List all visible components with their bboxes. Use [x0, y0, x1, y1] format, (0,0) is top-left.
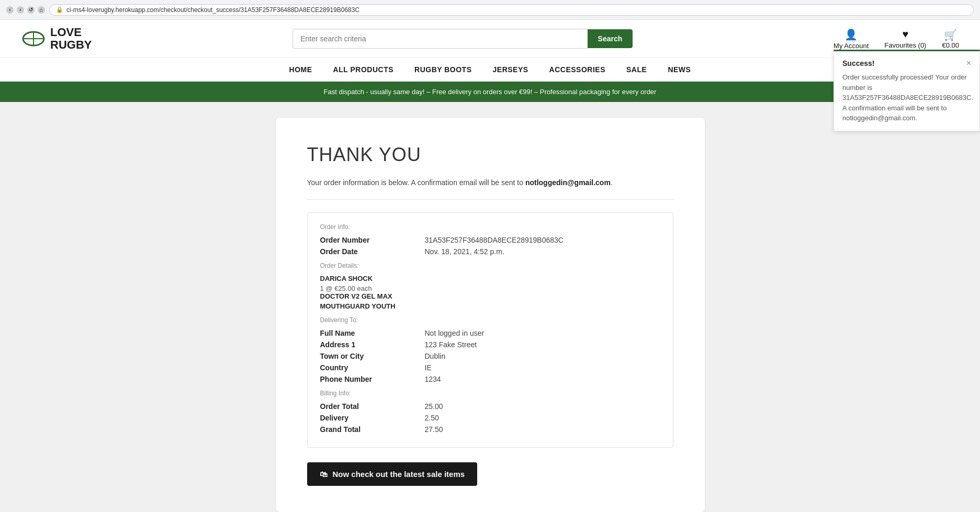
forward-button[interactable]: ›: [17, 6, 24, 14]
account-icon: 👤: [844, 28, 858, 41]
favourites-label: Favourites (0): [884, 41, 926, 49]
confirmation-text: Your order information is below. A confi…: [307, 178, 673, 200]
nav-jerseys[interactable]: JERSEYS: [493, 65, 528, 74]
grand-total-label: Grand Total: [320, 425, 425, 434]
product-name-3: MOUTHGUARD YOUTH: [320, 302, 660, 310]
product-row-1: DARICA SHOCK 1 @ €25.00 each: [320, 275, 660, 292]
nav-accessories[interactable]: ACCESSORIES: [549, 65, 605, 74]
order-number-label: Order Number: [320, 236, 425, 244]
favourites-link[interactable]: ♥ Favourites (0): [884, 28, 926, 49]
country-value: IE: [425, 363, 432, 372]
nav-news[interactable]: NEWS: [668, 65, 691, 74]
logo-link[interactable]: LOVE RUGBY: [21, 26, 92, 51]
logo-icon: [21, 26, 46, 51]
product-name-2: DOCTOR V2 GEL MAX: [320, 292, 660, 300]
product-row-2: DOCTOR V2 GEL MAX: [320, 292, 660, 300]
town-row: Town or City Dublin: [320, 352, 660, 360]
order-date-row: Order Date Nov. 18, 2021, 4:52 p.m.: [320, 247, 660, 256]
sale-button-icon: 🛍: [320, 470, 328, 479]
delivery-value: 2.50: [425, 414, 439, 422]
full-name-value: Not logged in user: [425, 329, 485, 337]
toast-title: Success!: [842, 59, 874, 67]
full-name-row: Full Name Not logged in user: [320, 329, 660, 337]
order-info-section-label: Order Info:: [320, 223, 660, 231]
order-number-value: 31A53F257F36488DA8ECE28919B0683C: [425, 236, 564, 244]
browser-nav-buttons[interactable]: ‹ › ↺ ⌂: [6, 6, 45, 14]
sale-button[interactable]: 🛍 Now check out the latest sale items: [307, 462, 478, 486]
browser-chrome: ‹ › ↺ ⌂ 🔒 ci-ms4-loverugby.herokuapp.com…: [0, 0, 980, 20]
product-name-1: DARICA SHOCK: [320, 275, 660, 282]
search-area: Search: [292, 29, 633, 49]
delivering-section-label: Delivering To:: [320, 316, 660, 324]
order-total-label: Order Total: [320, 402, 425, 411]
phone-label: Phone Number: [320, 375, 425, 383]
url-text: ci-ms4-loverugby.herokuapp.com/checkout/…: [66, 6, 359, 14]
order-details-section-label: Order Details:: [320, 262, 660, 269]
order-card: THANK YOU Your order information is belo…: [276, 118, 705, 512]
my-account-label: My Account: [833, 42, 869, 50]
heart-icon: ♥: [902, 28, 908, 40]
home-button[interactable]: ⌂: [38, 6, 45, 14]
country-label: Country: [320, 363, 425, 372]
search-input[interactable]: [292, 29, 587, 49]
product-detail-1: 1 @ €25.00 each: [320, 285, 660, 292]
billing-section-label: Billing Info:: [320, 390, 660, 397]
back-button[interactable]: ‹: [6, 6, 14, 14]
sale-button-label: Now check out the latest sale items: [333, 470, 465, 479]
delivery-label: Delivery: [320, 414, 425, 422]
lock-icon: 🔒: [56, 6, 63, 13]
grand-total-value: 27.50: [425, 425, 443, 434]
promo-text: Fast dispatch - usually same day! – Free…: [324, 88, 657, 96]
nav-rugby-boots[interactable]: RUGBY BOOTS: [414, 65, 471, 74]
phone-row: Phone Number 1234: [320, 375, 660, 383]
town-label: Town or City: [320, 352, 425, 360]
my-account-link[interactable]: 👤 My Account: [833, 28, 869, 50]
delivery-row: Delivery 2.50: [320, 414, 660, 422]
nav-home[interactable]: HOME: [289, 65, 312, 74]
toast-body: Order successfully processed! Your order…: [842, 72, 971, 123]
refresh-button[interactable]: ↺: [27, 6, 35, 14]
cart-icon: 🛒: [944, 29, 957, 41]
order-number-row: Order Number 31A53F257F36488DA8ECE28919B…: [320, 236, 660, 244]
nav-all-products[interactable]: ALL PRODUCTS: [333, 65, 393, 74]
phone-value: 1234: [425, 375, 441, 383]
order-info-box: Order Info: Order Number 31A53F257F36488…: [307, 212, 673, 448]
confirmation-email: notloggedin@gmail.com: [525, 178, 611, 187]
country-row: Country IE: [320, 363, 660, 372]
main-content: THANK YOU Your order information is belo…: [0, 102, 980, 512]
toast-notification: Success! × Order successfully processed!…: [833, 50, 980, 131]
cart-icon-wrap: 🛒: [944, 29, 957, 41]
logo-text: LOVE RUGBY: [50, 26, 92, 51]
address1-label: Address 1: [320, 340, 425, 349]
cart-link[interactable]: 🛒 €0.00: [942, 29, 959, 49]
cart-label: €0.00: [942, 41, 959, 49]
url-bar[interactable]: 🔒 ci-ms4-loverugby.herokuapp.com/checkou…: [49, 4, 974, 16]
toast-header: Success! ×: [842, 59, 971, 68]
header-actions: 👤 My Account ♥ Favourites (0) 🛒 €0.00: [833, 28, 959, 50]
grand-total-row: Grand Total 27.50: [320, 425, 660, 434]
address1-row: Address 1 123 Fake Street: [320, 340, 660, 349]
order-total-row: Order Total 25.00: [320, 402, 660, 411]
product-row-3: MOUTHGUARD YOUTH: [320, 302, 660, 310]
full-name-label: Full Name: [320, 329, 425, 337]
thank-you-title: THANK YOU: [307, 144, 673, 166]
address1-value: 123 Fake Street: [425, 340, 477, 349]
toast-close-button[interactable]: ×: [966, 59, 971, 68]
order-date-value: Nov. 18, 2021, 4:52 p.m.: [425, 247, 504, 256]
order-date-label: Order Date: [320, 247, 425, 256]
search-button[interactable]: Search: [588, 29, 633, 48]
nav-sale[interactable]: SALE: [626, 65, 647, 74]
town-value: Dublin: [425, 352, 446, 360]
order-total-value: 25.00: [425, 402, 443, 411]
